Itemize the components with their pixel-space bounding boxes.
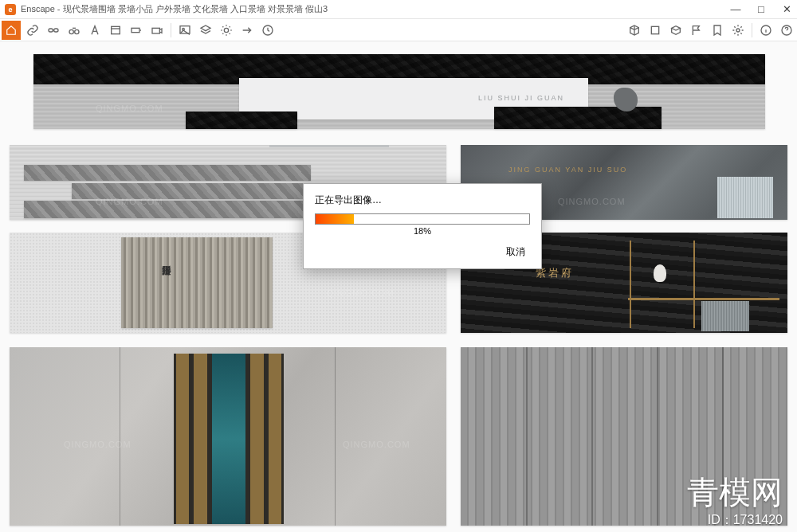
bookmark-button[interactable] (709, 22, 726, 39)
progress-fill (316, 214, 354, 224)
svg-rect-1 (54, 29, 58, 32)
gear-button[interactable] (729, 22, 747, 39)
flag-icon (690, 24, 703, 37)
link-button[interactable] (24, 22, 41, 39)
help-button[interactable] (778, 22, 795, 39)
camera-button[interactable] (148, 22, 166, 39)
text-button[interactable] (86, 22, 104, 39)
window-title: Enscape - 现代景墙围墙 景墙小品 户外景墙 文化景墙 入口景墙 对景景… (21, 3, 730, 15)
battery-icon (130, 24, 143, 37)
box-icon (669, 24, 682, 37)
layers-icon (199, 24, 212, 37)
a-text-icon (88, 24, 101, 37)
wall-rock-ledge-l (186, 111, 297, 129)
bronze-shelf (628, 298, 779, 300)
waterfall-2 (701, 301, 749, 331)
link-icon (26, 24, 39, 37)
toolbar (0, 19, 797, 41)
svg-rect-6 (152, 28, 159, 33)
progress-bar (315, 213, 530, 225)
window-controls: — □ ✕ (730, 4, 792, 15)
panel-button[interactable] (107, 22, 124, 39)
rock-sculpture (614, 88, 638, 111)
svg-point-9 (224, 28, 228, 32)
chain-icon (47, 24, 60, 37)
sun-button[interactable] (218, 22, 235, 39)
terrace-step-1 (24, 165, 311, 181)
wall-rock-ledge-r (494, 107, 662, 129)
home-icon (6, 25, 17, 36)
image-export-icon (179, 24, 191, 37)
bronze-slat-frame (174, 354, 284, 524)
svg-rect-5 (132, 28, 139, 32)
panel-seam-1 (120, 347, 120, 526)
svg-rect-4 (112, 26, 120, 33)
flag-button[interactable] (688, 22, 705, 39)
svg-rect-0 (49, 29, 53, 32)
help-icon (780, 24, 793, 37)
render-viewport[interactable]: LIU SHUI JI GUAN JING GUAN YAN JIU SUO 得… (0, 41, 797, 532)
granite-seam-3 (657, 347, 658, 526)
cancel-button[interactable]: 取消 (501, 244, 530, 260)
battery-button[interactable] (128, 22, 145, 39)
binoculars-button[interactable] (65, 22, 83, 39)
svg-point-2 (69, 29, 73, 33)
sun-icon (220, 24, 233, 37)
arrow-button[interactable] (238, 22, 256, 39)
waterfall-1 (717, 177, 773, 218)
layers-button[interactable] (197, 22, 214, 39)
bronze-pole-1 (630, 241, 631, 328)
granite-seam-1 (526, 347, 528, 526)
info-icon (760, 24, 772, 37)
bookmark-icon (711, 24, 724, 37)
toolbar-separator (171, 23, 171, 37)
image-export-button[interactable] (176, 22, 194, 39)
vase-ornament (654, 264, 666, 282)
chain-button[interactable] (45, 22, 62, 39)
info-button[interactable] (757, 22, 775, 39)
dialog-title: 正在导出图像… (315, 194, 530, 207)
brand-name: 青模网 (687, 471, 783, 514)
maximize-button[interactable]: □ (756, 4, 767, 15)
close-button[interactable]: ✕ (781, 4, 792, 15)
arrow-right-icon (241, 24, 253, 37)
clock-icon (261, 24, 274, 37)
clock-button[interactable] (259, 22, 277, 39)
terrace-rail (269, 145, 389, 147)
minimize-button[interactable]: — (730, 4, 741, 15)
gear-icon (732, 24, 744, 37)
granite-seam-2 (591, 347, 593, 526)
app-logo-icon: e (5, 4, 16, 15)
svg-point-12 (736, 29, 740, 32)
svg-point-3 (75, 29, 79, 33)
toolbar-separator (752, 23, 752, 37)
cube-sync-button[interactable] (626, 22, 643, 39)
box-button[interactable] (667, 22, 685, 39)
cube-icon (649, 24, 662, 37)
cube-sync-icon (628, 24, 641, 37)
panel-seam-2 (335, 347, 336, 526)
bronze-pole-2 (693, 241, 695, 328)
export-progress-dialog: 正在导出图像… 18% 取消 (303, 183, 542, 269)
titlebar: e Enscape - 现代景墙围墙 景墙小品 户外景墙 文化景墙 入口景墙 对… (0, 0, 797, 19)
svg-rect-11 (651, 26, 658, 33)
wall-striped-insert (121, 237, 273, 328)
cube-button[interactable] (646, 22, 664, 39)
terrace-step-2 (72, 183, 335, 199)
wall-top-label: LIU SHUI JI GUAN (478, 94, 564, 102)
brand-id-prefix: ID： (708, 513, 733, 526)
brand-id-value: 1731420 (733, 513, 783, 526)
brand-id: ID：1731420 (708, 512, 783, 529)
wall-marble-label: JING GUAN YAN JIU SUO (508, 166, 627, 174)
home-button[interactable] (2, 21, 21, 40)
progress-percent-label: 18% (315, 226, 530, 236)
panel-icon (109, 24, 122, 37)
camera-icon (151, 24, 163, 37)
binoculars-icon (68, 24, 80, 37)
